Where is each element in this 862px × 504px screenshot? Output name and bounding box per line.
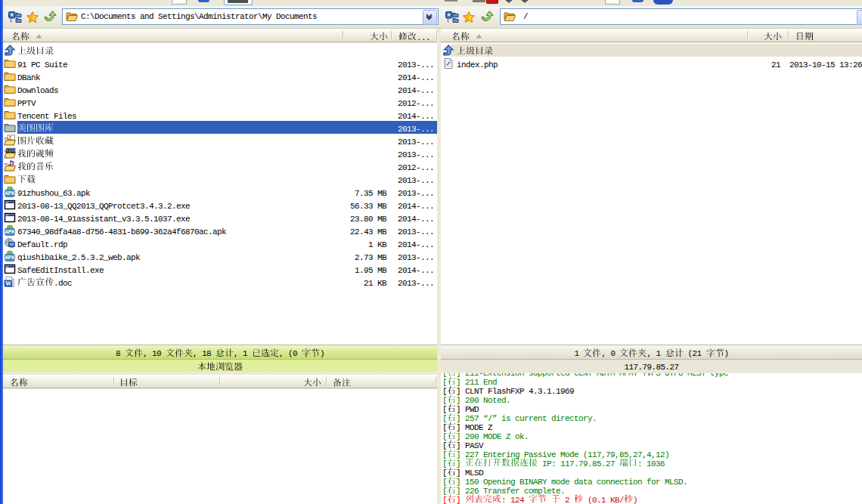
svg-text:APK: APK <box>5 229 15 234</box>
svg-text:W: W <box>5 280 11 287</box>
svg-text:APK: APK <box>5 190 15 196</box>
svg-text:APK: APK <box>5 255 15 260</box>
